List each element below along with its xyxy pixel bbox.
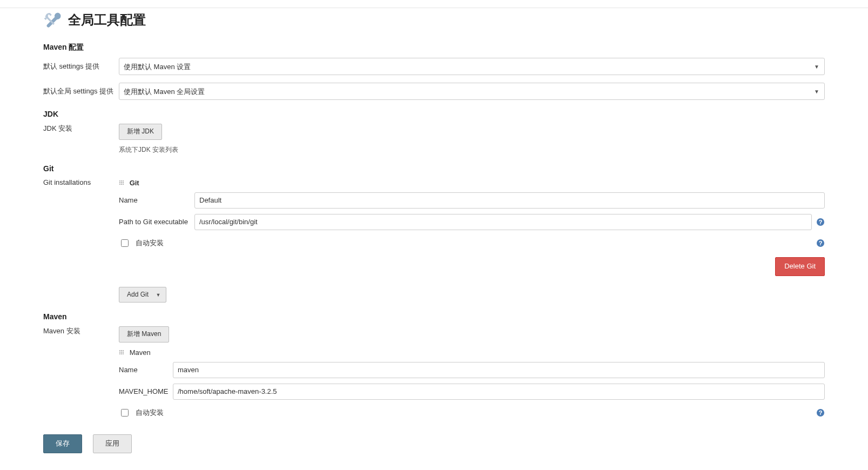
row-default-global-settings: 默认全局 settings 提供 使用默认 Maven 全局设置 ▼	[43, 83, 825, 100]
label-maven-home: MAVEN_HOME	[119, 387, 173, 395]
svg-point-17	[121, 352, 122, 353]
row-maven-name: Name	[119, 362, 825, 378]
svg-point-3	[119, 182, 120, 183]
svg-point-1	[121, 180, 122, 182]
label-git-path: Path to Git executable	[119, 218, 194, 226]
chevron-down-icon: ▼	[156, 292, 160, 298]
label-git-auto-install: 自动安装	[136, 238, 164, 248]
svg-point-18	[123, 352, 124, 353]
svg-point-15	[123, 350, 124, 351]
delete-git-button[interactable]: Delete Git	[775, 257, 825, 276]
add-maven-button[interactable]: 新增 Maven	[119, 326, 169, 343]
git-delete-wrap: Delete Git	[119, 257, 825, 276]
svg-point-13	[119, 350, 120, 351]
label-git-name: Name	[119, 196, 194, 204]
svg-point-19	[119, 353, 120, 354]
label-maven-auto-install: 自动安装	[136, 408, 164, 418]
svg-point-8	[123, 184, 124, 185]
add-git-button[interactable]: Add Git ▼	[119, 287, 166, 303]
svg-point-14	[121, 350, 122, 351]
bottom-actions: 保存 应用	[43, 434, 825, 453]
row-jdk-install: JDK 安装 新增 JDK 系统下JDK 安装列表	[43, 124, 825, 155]
row-maven-auto-install: 自动安装 ?	[119, 407, 825, 418]
row-maven-home: MAVEN_HOME	[119, 384, 825, 400]
row-maven-install: Maven 安装 新增 Maven Maven Name	[43, 326, 825, 418]
svg-point-21	[123, 353, 124, 354]
jdk-list-text: 系统下JDK 安装列表	[119, 145, 178, 155]
section-jdk: JDK	[43, 110, 825, 118]
apply-button[interactable]: 应用	[93, 434, 132, 453]
svg-point-5	[123, 182, 124, 183]
page-container: 全局工具配置 Maven 配置 默认 settings 提供 使用默认 Mave…	[0, 10, 868, 470]
svg-point-16	[119, 352, 120, 353]
help-icon[interactable]: ?	[816, 239, 825, 247]
input-maven-name[interactable]	[173, 362, 825, 378]
save-button[interactable]: 保存	[43, 434, 82, 453]
section-git: Git	[43, 164, 825, 173]
drag-handle-icon[interactable]	[119, 180, 124, 185]
row-git-auto-install: 自动安装 ?	[119, 238, 825, 249]
label-maven-install: Maven 安装	[43, 326, 119, 336]
input-maven-home[interactable]	[173, 384, 825, 400]
top-divider	[0, 8, 868, 8]
drag-handle-icon[interactable]	[119, 350, 124, 355]
help-icon[interactable]: ?	[816, 218, 825, 226]
checkbox-git-auto-install[interactable]	[121, 239, 129, 247]
help-icon[interactable]: ?	[816, 408, 825, 417]
tools-icon	[43, 10, 63, 30]
section-maven-config: Maven 配置	[43, 43, 825, 52]
checkbox-maven-auto-install[interactable]	[121, 409, 129, 417]
input-git-name[interactable]	[194, 192, 825, 209]
label-default-settings: 默认 settings 提供	[43, 62, 119, 71]
select-default-settings[interactable]: 使用默认 Maven 设置	[119, 58, 825, 75]
svg-point-6	[119, 184, 120, 185]
svg-text:?: ?	[819, 240, 823, 246]
row-git-installations: Git installations Git Name	[43, 178, 825, 303]
maven-tool-title: Maven	[130, 348, 151, 357]
label-default-global-settings: 默认全局 settings 提供	[43, 86, 119, 96]
git-tool-title: Git	[130, 179, 139, 187]
select-default-global-settings[interactable]: 使用默认 Maven 全局设置	[119, 83, 825, 100]
page-header: 全局工具配置	[43, 10, 825, 30]
row-git-path: Path to Git executable ?	[119, 214, 825, 230]
row-default-settings: 默认 settings 提供 使用默认 Maven 设置 ▼	[43, 58, 825, 75]
label-jdk-install: JDK 安装	[43, 124, 119, 133]
row-git-name: Name	[119, 192, 825, 209]
add-git-button-label: Add Git	[127, 291, 149, 298]
svg-point-4	[121, 182, 122, 183]
svg-point-0	[119, 180, 120, 182]
add-jdk-button[interactable]: 新增 JDK	[119, 124, 162, 140]
label-git-installations: Git installations	[43, 178, 119, 186]
svg-text:?: ?	[819, 409, 823, 416]
svg-point-20	[121, 353, 122, 354]
section-maven: Maven	[43, 312, 825, 321]
maven-tool-header: Maven	[119, 348, 825, 357]
svg-point-7	[121, 184, 122, 185]
page-title: 全局工具配置	[68, 11, 146, 29]
svg-point-2	[123, 180, 124, 182]
label-maven-name: Name	[119, 366, 173, 374]
input-git-path[interactable]	[194, 214, 812, 230]
svg-text:?: ?	[819, 219, 823, 225]
git-tool-header: Git	[119, 178, 825, 187]
